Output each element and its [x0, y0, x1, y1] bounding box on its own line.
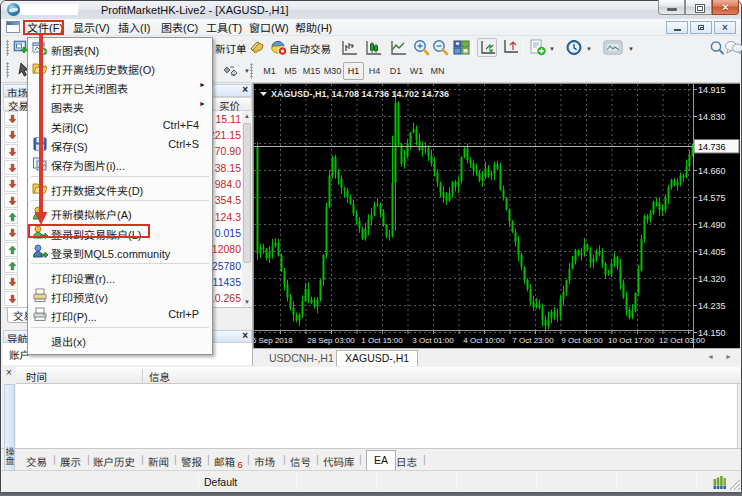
svg-text:14.490: 14.490	[698, 220, 726, 230]
svg-text:14.405: 14.405	[698, 247, 726, 257]
svg-text:4 Oct 10:00: 4 Oct 10:00	[463, 336, 505, 345]
svg-text:26 Sep 2018: 26 Sep 2018	[254, 336, 293, 345]
svg-text:14.915: 14.915	[698, 85, 726, 95]
svg-text:14.575: 14.575	[698, 193, 726, 203]
svg-text:9 Oct 08:00: 9 Oct 08:00	[561, 336, 603, 345]
svg-text:XAGUSD-,H1, 14.708 14.736 14.7: XAGUSD-,H1, 14.708 14.736 14.702 14.736	[271, 89, 449, 99]
svg-text:12 Oct 03:00: 12 Oct 03:00	[659, 336, 705, 345]
svg-text:3 Oct 01:00: 3 Oct 01:00	[412, 336, 454, 345]
svg-text:14.320: 14.320	[698, 274, 726, 284]
svg-text:7 Oct 23:00: 7 Oct 23:00	[512, 336, 554, 345]
svg-text:10 Oct 17:00: 10 Oct 17:00	[608, 336, 654, 345]
svg-text:28 Sep 03:00: 28 Sep 03:00	[307, 336, 355, 345]
svg-text:14.235: 14.235	[698, 301, 726, 311]
svg-text:1 Oct 15:00: 1 Oct 15:00	[361, 336, 403, 345]
svg-text:14.736: 14.736	[698, 142, 726, 152]
svg-text:14.830: 14.830	[698, 112, 726, 122]
svg-text:14.660: 14.660	[698, 166, 726, 176]
